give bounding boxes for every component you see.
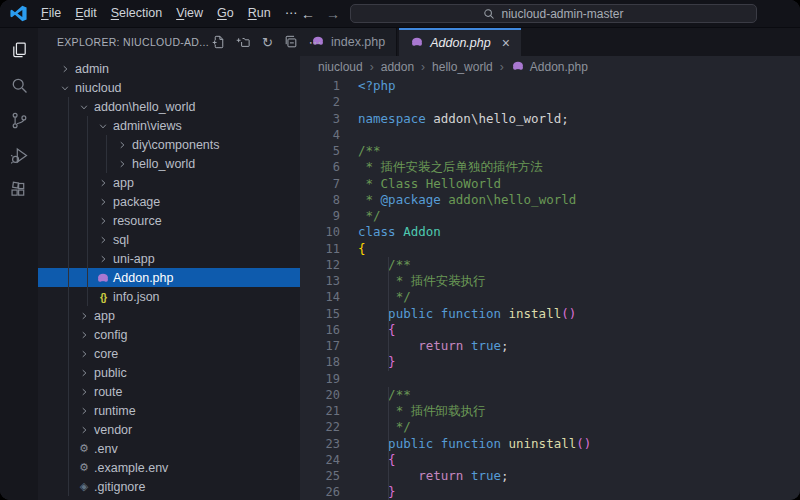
tree-item-app[interactable]: app — [38, 173, 300, 192]
breadcrumb-item[interactable]: addon — [381, 60, 414, 74]
nav-arrows: ← → — [301, 0, 340, 28]
back-arrow-button[interactable]: ← — [301, 6, 315, 22]
new-file-icon[interactable] — [209, 32, 230, 53]
explorer-icon[interactable] — [1, 37, 37, 64]
menu-edit[interactable]: Edit — [68, 0, 104, 27]
line-text: return true; — [358, 468, 509, 484]
tree-item-label: diy\components — [132, 138, 220, 152]
chevron-down-icon — [57, 83, 73, 93]
line-number: 4 — [300, 127, 340, 143]
code-line-8: 8 * @package addon\hello_world — [300, 192, 800, 208]
tree-item-.gitignore[interactable]: ◈.gitignore — [38, 477, 300, 496]
tree-item-config[interactable]: config — [38, 325, 300, 344]
tree-item-package[interactable]: package — [38, 192, 300, 211]
code-line-5: 5/** — [300, 143, 800, 159]
tree-item-route[interactable]: route — [38, 382, 300, 401]
line-number: 1 — [300, 78, 340, 94]
tree-item-label: niucloud — [75, 81, 122, 95]
search-icon[interactable] — [1, 72, 37, 99]
tree-item-label: admin\views — [113, 119, 182, 133]
tree-item-core[interactable]: core — [38, 344, 300, 363]
tree-item-.example.env[interactable]: ⚙.example.env — [38, 458, 300, 477]
activity-bar — [0, 28, 38, 500]
editor-group: index.phpAddon.php× niucloud›addon›hello… — [300, 28, 800, 500]
line-number: 23 — [300, 436, 340, 452]
refresh-icon[interactable]: ↻ — [257, 32, 278, 53]
tree-item-app[interactable]: app — [38, 306, 300, 325]
command-center-search[interactable]: niucloud-admin-master — [350, 4, 757, 23]
run-debug-icon[interactable] — [1, 142, 37, 169]
forward-arrow-button[interactable]: → — [326, 6, 340, 22]
tree-item-label: addon\hello_world — [94, 100, 195, 114]
tab-addon-php[interactable]: Addon.php× — [399, 28, 521, 56]
chevron-down-icon — [95, 121, 111, 131]
tree-item-admin_views[interactable]: admin\views — [38, 116, 300, 135]
tree-item-admin[interactable]: admin — [38, 59, 300, 78]
source-control-icon[interactable] — [1, 107, 37, 134]
tree-item-public[interactable]: public — [38, 363, 300, 382]
tree-item-sql[interactable]: sql — [38, 230, 300, 249]
tree-item-hello_world[interactable]: hello_world — [38, 154, 300, 173]
code-line-23: 23 public function uninstall() — [300, 436, 800, 452]
explorer-header: EXPLORER: NIUCLOUD-AD... ↻⋯ — [38, 28, 300, 56]
chevron-right-icon — [114, 140, 130, 150]
chevron-right-icon — [76, 311, 92, 321]
line-number: 9 — [300, 208, 340, 224]
menu-view[interactable]: View — [169, 0, 210, 27]
tree-item-uni-app[interactable]: uni-app — [38, 249, 300, 268]
line-text: */ — [358, 289, 411, 305]
line-number: 12 — [300, 257, 340, 273]
close-icon[interactable]: × — [502, 35, 510, 51]
menu-selection[interactable]: Selection — [104, 0, 169, 27]
code-line-3: 3namespace addon\hello_world; — [300, 111, 800, 127]
menu-run[interactable]: Run — [241, 0, 278, 27]
git-file-icon: ◈ — [76, 481, 92, 492]
breadcrumb-item-file[interactable]: Addon.php — [511, 59, 588, 76]
extensions-icon[interactable] — [1, 177, 37, 204]
tree-item-diy_components[interactable]: diy\components — [38, 135, 300, 154]
tree-item-.env[interactable]: ⚙.env — [38, 439, 300, 458]
code-line-17: 17 return true; — [300, 338, 800, 354]
tree-item-label: app — [113, 176, 134, 190]
tree-item-label: hello_world — [132, 157, 195, 171]
code-line-7: 7 * Class HelloWorld — [300, 176, 800, 192]
tree-item-niucloud[interactable]: niucloud — [38, 78, 300, 97]
new-folder-icon[interactable] — [233, 32, 254, 53]
tree-item-label: runtime — [94, 404, 136, 418]
tree-item-addon_hello_world[interactable]: addon\hello_world — [38, 97, 300, 116]
chevron-right-icon — [95, 178, 111, 188]
tree-item-label: route — [94, 385, 123, 399]
line-text: public function uninstall() — [358, 436, 591, 452]
tree-item-vendor[interactable]: vendor — [38, 420, 300, 439]
line-number: 26 — [300, 484, 340, 500]
collapse-folders-icon[interactable] — [281, 32, 302, 53]
menu-go[interactable]: Go — [210, 0, 241, 27]
chevron-right-icon: › — [500, 60, 504, 74]
breadcrumb[interactable]: niucloud›addon›hello_world›Addon.php — [300, 56, 800, 78]
code-editor[interactable]: 1<?php23namespace addon\hello_world;45/*… — [300, 78, 800, 500]
more-actions-icon[interactable]: ⋯ — [305, 32, 326, 53]
chevron-right-icon — [76, 368, 92, 378]
chevron-right-icon — [76, 349, 92, 359]
breadcrumb-item[interactable]: niucloud — [318, 60, 363, 74]
tree-item-runtime[interactable]: runtime — [38, 401, 300, 420]
breadcrumb-item[interactable]: hello_world — [432, 60, 493, 74]
code-line-12: 12 /** — [300, 257, 800, 273]
tree-item-addon.php[interactable]: Addon.php — [38, 268, 300, 287]
code-line-26: 26 } — [300, 484, 800, 500]
file-tree: adminniucloudaddon\hello_worldadmin\view… — [38, 58, 300, 500]
tree-item-info.json[interactable]: {}info.json — [38, 287, 300, 306]
line-text: * 插件安装之后单独的插件方法 — [358, 159, 543, 175]
line-number: 20 — [300, 387, 340, 403]
line-number: 16 — [300, 322, 340, 338]
tree-item-label: vendor — [94, 423, 132, 437]
tree-item-label: .env — [94, 442, 118, 456]
code-indent-guide — [388, 257, 389, 371]
menu-file[interactable]: File — [34, 0, 68, 27]
line-text: */ — [358, 208, 381, 224]
tree-item-resource[interactable]: resource — [38, 211, 300, 230]
chevron-right-icon: › — [370, 60, 374, 74]
tree-item-label: public — [94, 366, 127, 380]
tree-item-label: info.json — [113, 290, 160, 304]
chevron-right-icon — [95, 216, 111, 226]
